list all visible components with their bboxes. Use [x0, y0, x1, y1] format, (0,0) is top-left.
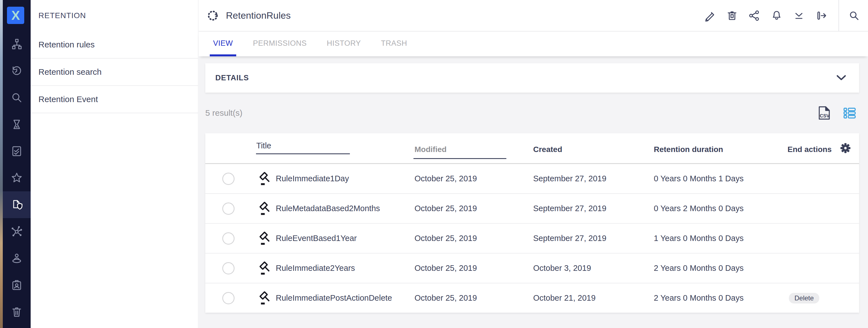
row-select-radio[interactable] — [222, 202, 235, 215]
column-settings-gear-icon[interactable] — [840, 142, 851, 155]
workflow-clipboard-icon[interactable] — [3, 138, 31, 165]
row-retention-duration: 2 Years 0 Months 0 Days — [654, 283, 743, 313]
title-sort-underline — [256, 154, 350, 154]
row-modified: October 25, 2019 — [414, 253, 477, 283]
results-actions: CSV — [817, 106, 859, 120]
export-sign-out-icon[interactable] — [815, 9, 827, 22]
administration-network-icon[interactable] — [3, 218, 31, 245]
gavel-icon — [259, 224, 274, 253]
results-table: Title Modified Created Retention duratio… — [205, 133, 859, 313]
row-select-radio[interactable] — [222, 173, 235, 185]
end-action-badge: Delete — [789, 293, 819, 303]
sidebar-item-retention-search[interactable]: Retention search — [31, 59, 198, 86]
row-modified: October 25, 2019 — [414, 194, 477, 223]
trash-icon[interactable] — [3, 298, 31, 325]
results-bar: 5 result(s) CSV — [205, 92, 859, 133]
tab-permissions[interactable]: PERMISSIONS — [250, 39, 310, 56]
column-header-created: Created — [533, 145, 562, 154]
dashed-folder-icon — [207, 9, 220, 22]
row-created: September 27, 2019 — [533, 194, 607, 223]
document-tabs: VIEW PERMISSIONS HISTORY TRASH — [198, 31, 868, 56]
row-modified: October 25, 2019 — [414, 283, 477, 313]
row-select-radio[interactable] — [222, 292, 235, 304]
modified-sort-underline — [413, 158, 506, 159]
app-logo-letter: X — [11, 8, 20, 23]
titlebar-divider — [838, 0, 839, 31]
row-title-link[interactable]: RuleEventBased1Year — [276, 224, 357, 253]
history-icon[interactable] — [3, 57, 31, 84]
details-panel-title: DETAILS — [215, 74, 249, 82]
gavel-icon — [259, 164, 274, 193]
row-modified: October 25, 2019 — [414, 164, 477, 193]
app-icon-rail: X — [3, 0, 31, 328]
favorites-star-icon[interactable] — [3, 165, 31, 191]
sidebar-item-label: Retention rules — [38, 40, 95, 49]
desktop-background-sliver — [0, 0, 3, 328]
csv-icon-label: CSV — [820, 113, 830, 118]
row-select-radio[interactable] — [222, 232, 235, 245]
retention-shield-doc-icon[interactable] — [3, 191, 31, 218]
user-profile-card-icon[interactable] — [3, 272, 31, 298]
row-created: October 3, 2019 — [533, 253, 591, 283]
row-title-link[interactable]: RuleMetadataBased2Months — [276, 194, 380, 223]
edit-pencil-icon[interactable] — [704, 9, 716, 22]
retention-sidebar: RETENTION Retention rules Retention sear… — [31, 0, 198, 328]
gavel-icon — [259, 253, 274, 283]
tab-trash[interactable]: TRASH — [378, 39, 411, 56]
sidebar-title: RETENTION — [31, 0, 198, 31]
search-icon[interactable] — [3, 84, 31, 111]
rail-icon-list — [3, 31, 31, 325]
notifications-bell-icon[interactable] — [771, 9, 783, 22]
row-select-radio[interactable] — [222, 262, 235, 274]
share-icon[interactable] — [748, 9, 761, 22]
gavel-icon — [259, 283, 274, 313]
titlebar-actions — [699, 0, 868, 31]
app-logo[interactable]: X — [7, 7, 24, 24]
row-title-link[interactable]: RuleImmediatePostActionDelete — [276, 283, 392, 313]
column-header-modified[interactable]: Modified — [414, 145, 446, 154]
document-titlebar: RetentionRules — [198, 0, 868, 31]
row-retention-duration: 2 Years 0 Months 0 Days — [654, 253, 743, 283]
row-created: October 21, 2019 — [533, 283, 595, 313]
table-row: RuleMetadataBased2Months October 25, 201… — [205, 194, 859, 224]
gavel-icon — [259, 194, 274, 223]
delete-trash-icon[interactable] — [726, 9, 738, 22]
table-view-toggle-icon[interactable] — [843, 107, 856, 119]
table-row: RuleImmediatePostActionDelete October 25… — [205, 283, 859, 313]
row-title-link[interactable]: RuleImmediate1Day — [276, 164, 349, 193]
download-icon[interactable] — [793, 9, 805, 22]
chevron-down-icon[interactable] — [836, 75, 847, 82]
tasks-hourglass-icon[interactable] — [3, 111, 31, 138]
table-header-row: Title Modified Created Retention duratio… — [205, 133, 859, 164]
details-panel[interactable]: DETAILS — [205, 63, 859, 92]
row-created: September 27, 2019 — [533, 164, 607, 193]
row-created: September 27, 2019 — [533, 224, 607, 253]
table-row: RuleImmediate2Years October 25, 2019 Oct… — [205, 253, 859, 283]
tab-history[interactable]: HISTORY — [323, 39, 364, 56]
table-row: RuleImmediate1Day October 25, 2019 Septe… — [205, 164, 859, 194]
personal-space-icon[interactable] — [3, 245, 31, 272]
row-title-link[interactable]: RuleImmediate2Years — [276, 253, 355, 283]
column-header-end-actions: End actions — [787, 145, 832, 154]
row-retention-duration: 1 Years 0 Months 0 Days — [654, 224, 743, 253]
view-content: DETAILS 5 result(s) CSV Title Modified — [198, 56, 868, 313]
sidebar-item-label: Retention Event — [38, 94, 98, 104]
export-csv-icon[interactable]: CSV — [817, 106, 831, 120]
row-retention-duration: 0 Years 0 Months 1 Days — [654, 164, 743, 193]
column-header-retention-duration: Retention duration — [654, 145, 723, 154]
document-search-icon[interactable] — [848, 9, 860, 22]
row-retention-duration: 0 Years 2 Months 0 Days — [654, 194, 743, 223]
row-modified: October 25, 2019 — [414, 224, 477, 253]
page-title: RetentionRules — [226, 10, 290, 21]
sidebar-item-label: Retention search — [38, 67, 102, 77]
main-area: RetentionRules — [198, 0, 868, 328]
tab-view[interactable]: VIEW — [210, 39, 236, 56]
sidebar-item-retention-rules[interactable]: Retention rules — [31, 31, 198, 59]
column-header-title[interactable]: Title — [256, 141, 271, 151]
results-count: 5 result(s) — [205, 108, 242, 118]
sidebar-item-retention-event[interactable]: Retention Event — [31, 86, 198, 113]
browse-tree-icon[interactable] — [3, 31, 31, 57]
table-row: RuleEventBased1Year October 25, 2019 Sep… — [205, 224, 859, 253]
